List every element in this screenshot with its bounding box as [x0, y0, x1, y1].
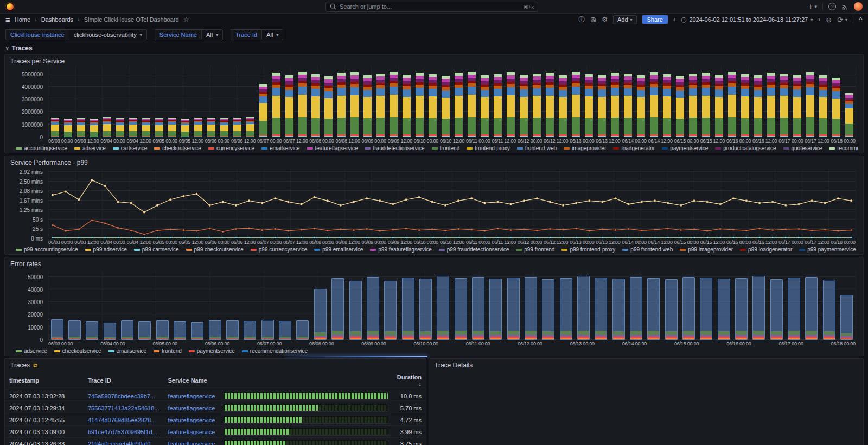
legend-item[interactable]: emailservice — [108, 348, 147, 354]
breadcrumb-home[interactable]: Home — [15, 16, 30, 23]
legend-item[interactable]: cartservice — [113, 145, 147, 151]
help-icon[interactable]: ? — [828, 3, 836, 10]
x-tick-label: 06/11 00:00 — [466, 341, 490, 346]
legend-item[interactable]: quoteservice — [783, 145, 822, 151]
legend-item[interactable]: checkoutservice — [154, 145, 201, 151]
legend-item[interactable]: p99 currencyservice — [251, 247, 307, 253]
new-menu-button[interactable]: + ▾ — [808, 2, 817, 11]
legend-item[interactable]: checkoutservice — [54, 348, 101, 354]
legend-item[interactable]: p99 accountingservice — [16, 247, 78, 253]
column-header[interactable] — [219, 371, 392, 390]
share-button[interactable]: Share — [642, 15, 668, 24]
bar — [261, 320, 274, 340]
grafana-logo[interactable] — [5, 2, 15, 11]
hamburger-menu-icon[interactable]: ≡ — [5, 15, 10, 24]
variable-service-name[interactable]: Service NameAll▾ — [155, 29, 223, 40]
legend-item[interactable]: recommendationservice — [242, 348, 308, 354]
table-row[interactable]: 2024-07-03 13:09:00b91ce47d753709695f1d.… — [5, 426, 426, 438]
user-avatar[interactable] — [854, 2, 863, 11]
legend-item[interactable]: currencyservice — [208, 145, 254, 151]
section-title: Traces — [12, 44, 33, 52]
add-panel-button[interactable]: Add ▾ — [613, 15, 637, 24]
panel-link-icon[interactable]: ⧉ — [33, 362, 37, 369]
legend-item[interactable]: p99 imageprovider — [680, 247, 733, 253]
legend-item[interactable]: productcatalogservice — [715, 145, 776, 151]
refresh-button[interactable]: ⟳ ▾ — [837, 16, 847, 24]
time-range-picker[interactable]: ◷ 2024-06-02 12:01:51 to 2024-06-18 11:2… — [681, 16, 813, 23]
zoom-out-icon[interactable]: ⊖ — [826, 16, 832, 24]
legend-item[interactable]: p99 emailservice — [314, 247, 363, 253]
legend-item[interactable]: p99 loadgenerator — [740, 247, 792, 253]
legend-item[interactable]: p99 checkoutservice — [186, 247, 244, 253]
legend-item[interactable]: p99 adservice — [85, 247, 127, 253]
search-box[interactable]: ⌘+k — [326, 2, 538, 12]
panel-title[interactable]: Service Performance - p99 — [5, 156, 863, 167]
legend-item[interactable]: p99 frontend-web — [622, 247, 673, 253]
trace-id-link[interactable]: 21ff4a0ceeaeb4fd90af0... — [88, 441, 156, 445]
legend-item[interactable]: p99 frontend-proxy — [561, 247, 615, 253]
legend-item[interactable]: imageprovider — [564, 145, 606, 151]
news-icon[interactable] — [841, 3, 848, 10]
table-row[interactable]: 2024-07-03 13:26:3321ff4a0ceeaeb4fd90af0… — [5, 438, 426, 445]
trace-id-link[interactable]: b91ce47d753709695f1d... — [88, 429, 157, 435]
legend-item[interactable]: emailservice — [261, 145, 300, 151]
kiosk-collapse-icon[interactable]: ^ — [859, 16, 863, 23]
panel-title[interactable]: Trace Details — [429, 359, 863, 370]
variable-value-dropdown[interactable]: clickhouse-observability▾ — [69, 29, 147, 40]
trace-id-link[interactable]: 75563771413a22a54618... — [88, 405, 159, 411]
section-traces[interactable]: ∨ Traces — [0, 43, 868, 54]
variable-trace-id[interactable]: Trace IdAll▾ — [231, 29, 283, 40]
legend-item[interactable]: accountingservice — [16, 145, 67, 151]
legend-item[interactable]: frontend — [154, 348, 182, 354]
bar — [595, 278, 607, 340]
legend-item[interactable]: paymentservice — [662, 145, 708, 151]
legend-item[interactable]: frauddetectionservice — [365, 145, 424, 151]
panel-title[interactable]: Traces per Service — [5, 55, 863, 66]
legend-item[interactable]: frontend-proxy — [467, 145, 509, 151]
service-name-link[interactable]: featureflagservice — [168, 405, 215, 411]
dashboard-settings-gear-icon[interactable]: ⚙ — [602, 16, 608, 23]
service-name-link[interactable]: featureflagservice — [168, 417, 215, 423]
legend-item[interactable]: adservice — [16, 348, 47, 354]
bar — [209, 320, 221, 340]
time-forward-icon[interactable]: › — [818, 16, 820, 23]
table-row[interactable]: 2024-07-03 13:02:28745a59078cbdeec39b7..… — [5, 390, 426, 402]
variable-value-dropdown[interactable]: All▾ — [261, 29, 283, 40]
legend-item[interactable]: p99 cartservice — [134, 247, 179, 253]
dashboard-info-icon[interactable]: ⓘ — [578, 15, 585, 24]
legend-item[interactable]: adservice — [74, 145, 106, 151]
favorite-star-icon[interactable]: ☆ — [183, 16, 189, 23]
table-row[interactable]: 2024-07-03 12:45:5541474d0769d85ee2828..… — [5, 414, 426, 426]
save-dashboard-icon[interactable] — [590, 17, 596, 23]
legend-item[interactable]: p99 frontend — [516, 247, 554, 253]
legend-item[interactable]: recommendationservice — [829, 145, 858, 151]
search-input[interactable] — [340, 3, 520, 10]
sort-descending-icon[interactable]: ↓ — [419, 380, 422, 387]
column-header[interactable]: Service Name — [163, 371, 219, 390]
duration-cell: 3.99 ms — [393, 426, 426, 438]
legend-item[interactable]: frontend — [432, 145, 460, 151]
variable-clickhouse-instance[interactable]: ClickHouse instanceclickhouse-observabil… — [5, 29, 147, 40]
column-header[interactable]: Duration ↓ — [393, 371, 426, 390]
bar — [181, 119, 189, 137]
legend-item[interactable]: paymentservice — [189, 348, 235, 354]
trace-id-link[interactable]: 745a59078cbdeec39b7... — [88, 393, 155, 399]
legend-item[interactable]: featureflagservice — [307, 145, 358, 151]
panel-title[interactable]: Traces ⧉ — [5, 359, 426, 370]
legend-item[interactable]: p99 frauddetectionservice — [439, 247, 509, 253]
service-name-link[interactable]: featureflagservice — [168, 429, 215, 435]
service-name-link[interactable]: featureflagservice — [168, 393, 215, 399]
column-header[interactable]: Trace ID — [84, 371, 164, 390]
legend-item[interactable]: loadgenerator — [613, 145, 655, 151]
trace-id-link[interactable]: 41474d0769d85ee2828... — [88, 417, 156, 423]
variable-value-dropdown[interactable]: All▾ — [201, 29, 223, 40]
breadcrumb-dashboards[interactable]: Dashboards — [41, 16, 73, 23]
panel-title[interactable]: Error rates — [5, 257, 863, 269]
table-row[interactable]: 2024-07-03 13:29:3475563771413a22a54618.… — [5, 402, 426, 414]
column-header[interactable]: timestamp — [5, 371, 84, 390]
legend-item[interactable]: frontend-web — [517, 145, 557, 151]
service-name-link[interactable]: featureflagservice — [168, 441, 215, 445]
legend-item[interactable]: p99 paymentservice — [799, 247, 856, 253]
legend-item[interactable]: p99 featureflagservice — [370, 247, 431, 253]
time-back-icon[interactable]: ‹ — [673, 16, 675, 23]
